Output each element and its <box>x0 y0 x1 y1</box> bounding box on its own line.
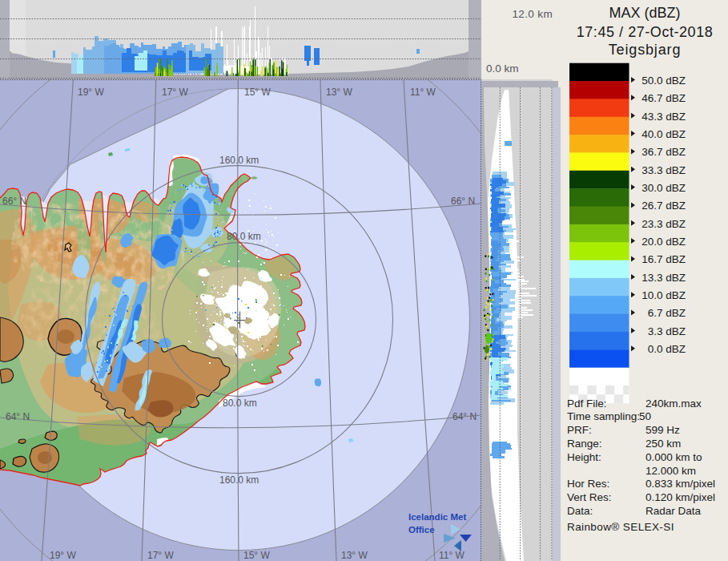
svg-text:13° W: 13° W <box>326 87 352 98</box>
svg-text:0.120 km/pixel: 0.120 km/pixel <box>646 491 715 503</box>
svg-text:Vert Res:: Vert Res: <box>567 491 612 503</box>
svg-text:12.000 km: 12.000 km <box>646 465 696 477</box>
svg-text:Office: Office <box>408 525 435 535</box>
svg-text:MAX (dBZ): MAX (dBZ) <box>609 5 680 21</box>
svg-text:66° N: 66° N <box>2 196 26 207</box>
svg-text:30.0 dBZ: 30.0 dBZ <box>642 182 686 194</box>
svg-text:64° N: 64° N <box>452 411 477 422</box>
svg-text:17° W: 17° W <box>162 87 188 98</box>
svg-text:160.0 km: 160.0 km <box>219 155 259 166</box>
svg-text:64° N: 64° N <box>6 411 30 422</box>
svg-text:15° W: 15° W <box>243 550 270 561</box>
svg-text:43.3 dBZ: 43.3 dBZ <box>642 111 686 123</box>
svg-text:36.7 dBZ: 36.7 dBZ <box>642 146 686 158</box>
svg-text:50: 50 <box>639 410 651 422</box>
svg-text:40.0 dBZ: 40.0 dBZ <box>642 128 686 140</box>
svg-text:66° N: 66° N <box>451 196 475 207</box>
svg-text:11° W: 11° W <box>410 87 436 98</box>
svg-text:240km.max: 240km.max <box>646 398 702 410</box>
svg-text:17:45 / 27-Oct-2018: 17:45 / 27-Oct-2018 <box>577 24 714 40</box>
svg-text:250 km: 250 km <box>646 438 681 450</box>
svg-text:Time sampling:: Time sampling: <box>567 410 640 422</box>
svg-text:17° W: 17° W <box>147 550 174 561</box>
svg-text:599 Hz: 599 Hz <box>646 424 680 436</box>
svg-text:Icelandic Met: Icelandic Met <box>408 512 466 522</box>
svg-text:Pdf File:: Pdf File: <box>567 398 607 410</box>
svg-text:33.3 dBZ: 33.3 dBZ <box>642 164 686 176</box>
svg-text:3.3 dBZ: 3.3 dBZ <box>648 325 686 337</box>
svg-text:PRF:: PRF: <box>567 424 592 436</box>
svg-text:0.0 km: 0.0 km <box>486 63 519 75</box>
svg-text:6.7 dBZ: 6.7 dBZ <box>648 307 686 319</box>
svg-text:Teigsbjarg: Teigsbjarg <box>609 42 682 58</box>
svg-text:20.0 dBZ: 20.0 dBZ <box>642 236 686 248</box>
svg-text:Hor Res:: Hor Res: <box>567 478 609 490</box>
svg-text:Height:: Height: <box>567 451 601 463</box>
svg-text:46.7 dBZ: 46.7 dBZ <box>642 92 686 104</box>
svg-text:Radar Data: Radar Data <box>646 505 702 517</box>
svg-text:80.0 km: 80.0 km <box>227 231 261 242</box>
svg-text:12.0 km: 12.0 km <box>513 8 553 20</box>
svg-text:26.7 dBZ: 26.7 dBZ <box>642 200 686 212</box>
svg-text:19° W: 19° W <box>50 550 76 561</box>
svg-text:0.0 dBZ: 0.0 dBZ <box>648 343 686 355</box>
svg-text:80.0 km: 80.0 km <box>223 398 257 409</box>
svg-text:15° W: 15° W <box>244 87 271 98</box>
svg-text:23.3 dBZ: 23.3 dBZ <box>642 218 686 230</box>
svg-text:13.3 dBZ: 13.3 dBZ <box>642 272 686 284</box>
svg-text:Data:: Data: <box>567 505 593 517</box>
svg-text:160.0 km: 160.0 km <box>219 474 259 486</box>
svg-text:19° W: 19° W <box>78 87 104 98</box>
svg-text:10.0 dBZ: 10.0 dBZ <box>642 289 686 301</box>
svg-text:Range:: Range: <box>567 438 602 450</box>
svg-text:Rainbow® SELEX-SI: Rainbow® SELEX-SI <box>567 521 674 533</box>
svg-text:16.7 dBZ: 16.7 dBZ <box>642 253 686 265</box>
svg-text:11° W: 11° W <box>439 550 465 561</box>
svg-text:50.0 dBZ: 50.0 dBZ <box>642 75 686 87</box>
svg-text:13° W: 13° W <box>341 550 368 561</box>
svg-text:0.833 km/pixel: 0.833 km/pixel <box>646 478 715 490</box>
svg-text:0.000 km to: 0.000 km to <box>646 451 702 463</box>
